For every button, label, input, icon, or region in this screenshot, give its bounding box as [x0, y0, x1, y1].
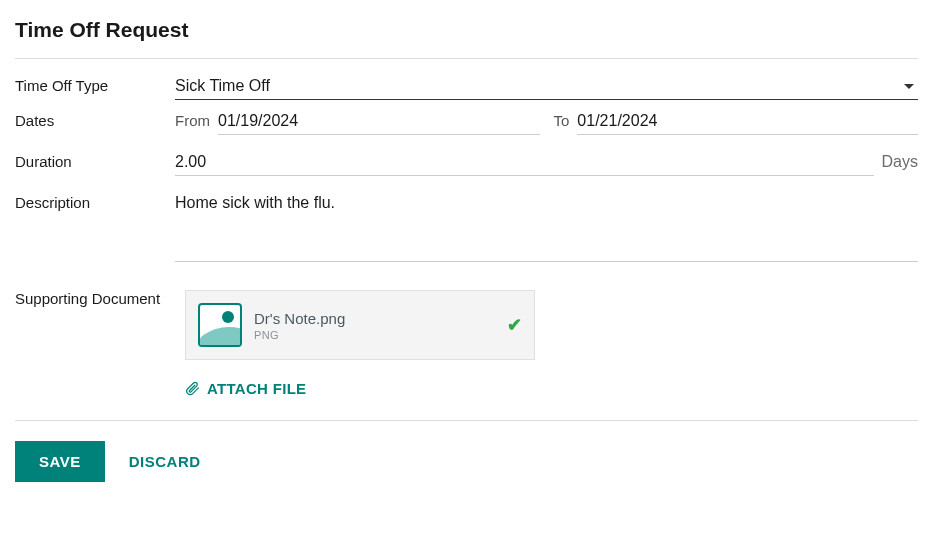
- date-from-input[interactable]: [218, 108, 540, 135]
- time-off-type-select[interactable]: Sick Time Off: [175, 73, 918, 100]
- attach-file-button[interactable]: ATTACH FILE: [185, 380, 306, 397]
- attach-file-label: ATTACH FILE: [207, 380, 306, 397]
- row-duration: Duration Days: [15, 149, 918, 176]
- chevron-down-icon: [904, 84, 914, 89]
- row-time-off-type: Time Off Type Sick Time Off: [15, 73, 918, 100]
- footer: SAVE DISCARD: [15, 420, 918, 482]
- label-dates: Dates: [15, 108, 175, 129]
- label-date-to: To: [554, 112, 570, 129]
- label-date-from: From: [175, 112, 210, 129]
- duration-input[interactable]: [175, 149, 874, 176]
- page-title: Time Off Request: [15, 18, 918, 59]
- save-button[interactable]: SAVE: [15, 441, 105, 482]
- label-duration: Duration: [15, 149, 175, 170]
- row-description: Description: [15, 190, 918, 266]
- time-off-type-value: Sick Time Off: [175, 77, 904, 95]
- attachment-name: Dr's Note.png: [254, 310, 507, 327]
- description-input[interactable]: [175, 190, 918, 262]
- duration-unit: Days: [882, 153, 918, 171]
- attachment-type: PNG: [254, 329, 507, 341]
- label-description: Description: [15, 190, 175, 211]
- discard-button[interactable]: DISCARD: [129, 453, 201, 470]
- attachment-card[interactable]: Dr's Note.png PNG ✔: [185, 290, 535, 360]
- row-dates: Dates From To: [15, 108, 918, 135]
- label-supporting-document: Supporting Document: [15, 286, 175, 307]
- image-file-icon: [198, 303, 242, 347]
- row-supporting-document: Supporting Document Dr's Note.png PNG ✔: [15, 280, 918, 400]
- date-to-input[interactable]: [577, 108, 918, 135]
- label-time-off-type: Time Off Type: [15, 73, 175, 94]
- checkmark-icon: ✔: [507, 314, 522, 336]
- paperclip-icon: [185, 381, 200, 396]
